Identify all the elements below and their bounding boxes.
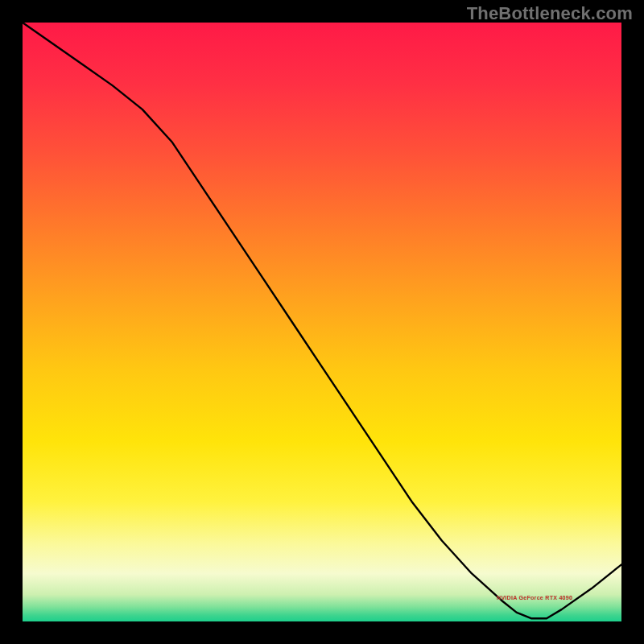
plot-area: [23, 23, 621, 621]
min-point-label: NVIDIA GeForce RTX 4090: [497, 595, 572, 601]
watermark: TheBottleneck.com: [467, 3, 633, 24]
chart-svg: [23, 23, 621, 621]
chart-frame: TheBottleneck.com NVIDIA GeForce RTX 409…: [0, 0, 644, 644]
gradient-bg: [23, 23, 621, 621]
